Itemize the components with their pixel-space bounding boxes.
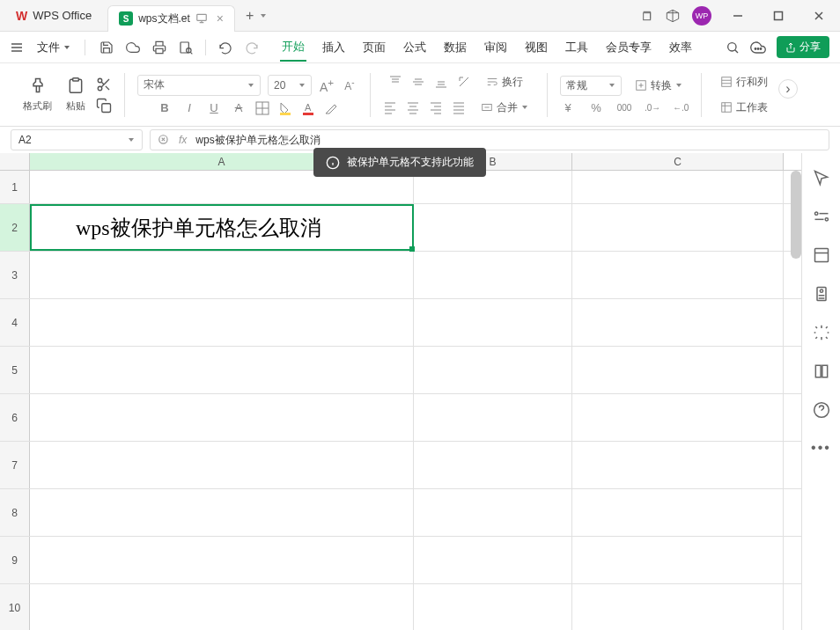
- cell[interactable]: [30, 252, 414, 298]
- align-left-icon[interactable]: [383, 100, 397, 114]
- borders-icon[interactable]: [255, 101, 269, 115]
- minimize-button[interactable]: [724, 2, 752, 30]
- select-all-corner[interactable]: [0, 153, 30, 170]
- close-window-button[interactable]: [805, 2, 833, 30]
- tab-dropdown-icon[interactable]: [259, 11, 268, 20]
- align-center-icon[interactable]: [406, 100, 420, 114]
- cell[interactable]: [414, 204, 572, 251]
- search-icon[interactable]: [726, 40, 740, 55]
- tab-data[interactable]: 数据: [442, 34, 468, 61]
- cell[interactable]: [572, 489, 784, 536]
- justify-icon[interactable]: [452, 100, 466, 114]
- cell[interactable]: [572, 299, 784, 346]
- decrease-font-icon[interactable]: A-: [342, 77, 357, 92]
- user-avatar[interactable]: WP: [692, 6, 711, 26]
- share-button[interactable]: 分享: [777, 36, 829, 58]
- percent-icon[interactable]: %: [588, 101, 604, 114]
- row-header[interactable]: 6: [0, 394, 30, 441]
- cell[interactable]: [572, 394, 784, 441]
- print-icon[interactable]: [152, 40, 166, 55]
- cancel-icon[interactable]: [158, 134, 170, 146]
- align-bottom-icon[interactable]: [434, 75, 448, 89]
- maximize-button[interactable]: [764, 2, 792, 30]
- hamburger-icon[interactable]: [11, 41, 23, 54]
- cell-reference-box[interactable]: A2: [11, 129, 143, 150]
- cell[interactable]: [30, 299, 414, 346]
- row-header[interactable]: 4: [0, 299, 30, 346]
- cell[interactable]: [414, 537, 572, 583]
- cell[interactable]: [414, 584, 572, 630]
- copy-icon[interactable]: [96, 98, 112, 114]
- clipboard-panel-icon[interactable]: [813, 285, 830, 303]
- sparkle-icon[interactable]: [813, 324, 830, 341]
- row-header[interactable]: 10: [0, 584, 30, 630]
- row-header[interactable]: 3: [0, 252, 30, 298]
- vertical-scrollbar[interactable]: [791, 171, 801, 259]
- wrap-text-button[interactable]: 换行: [480, 72, 529, 92]
- cell[interactable]: [30, 584, 414, 630]
- row-col-button[interactable]: 行和列: [714, 72, 774, 92]
- tab-formula[interactable]: 公式: [402, 34, 428, 61]
- font-name-select[interactable]: 宋体: [137, 75, 261, 96]
- highlight-icon[interactable]: [324, 101, 338, 115]
- cloud-sync-icon[interactable]: [750, 40, 766, 55]
- more-icon[interactable]: •••: [811, 440, 831, 456]
- cell[interactable]: [414, 394, 572, 441]
- fx-icon[interactable]: fx: [179, 134, 187, 146]
- redo-icon[interactable]: [245, 40, 259, 55]
- cell[interactable]: [572, 171, 784, 203]
- row-header[interactable]: 1: [0, 171, 30, 203]
- row-header[interactable]: 8: [0, 489, 30, 536]
- number-format-select[interactable]: 常规: [560, 76, 622, 96]
- currency-icon[interactable]: ¥: [560, 101, 576, 114]
- tab-page[interactable]: 页面: [361, 34, 387, 61]
- pointer-icon[interactable]: [813, 169, 830, 187]
- fill-color-icon[interactable]: [278, 101, 292, 115]
- save-icon[interactable]: [99, 40, 114, 55]
- document-tab[interactable]: S wps文档.et ×: [107, 5, 235, 32]
- book-icon[interactable]: [813, 363, 830, 380]
- monitor-icon[interactable]: [195, 12, 208, 25]
- row-header[interactable]: 5: [0, 347, 30, 393]
- cell[interactable]: [30, 347, 414, 393]
- increase-decimal-icon[interactable]: .0→: [645, 103, 660, 113]
- tab-efficiency[interactable]: 效率: [667, 34, 694, 61]
- font-size-select[interactable]: 20: [268, 75, 312, 96]
- cell[interactable]: [414, 252, 572, 298]
- close-tab-icon[interactable]: ×: [217, 11, 224, 26]
- preview-icon[interactable]: [179, 40, 193, 55]
- comma-icon[interactable]: 000: [616, 103, 632, 113]
- layout-icon[interactable]: [813, 246, 830, 264]
- formula-input[interactable]: fx wps被保护单元格怎么取消: [150, 129, 829, 150]
- add-tab-button[interactable]: +: [246, 8, 254, 24]
- cell[interactable]: [572, 537, 784, 583]
- font-color-icon[interactable]: A: [301, 101, 315, 115]
- underline-button[interactable]: U: [206, 101, 222, 114]
- cell[interactable]: [414, 299, 572, 346]
- cell[interactable]: [572, 584, 784, 630]
- cell[interactable]: [30, 489, 414, 536]
- filter-icon[interactable]: [813, 208, 830, 225]
- cell[interactable]: [414, 442, 572, 488]
- cut-icon[interactable]: [96, 77, 112, 92]
- col-header-c[interactable]: C: [572, 153, 784, 170]
- cell[interactable]: [414, 347, 572, 393]
- merge-button[interactable]: 合并: [475, 98, 534, 118]
- align-right-icon[interactable]: [429, 100, 443, 114]
- tab-start[interactable]: 开始: [280, 33, 306, 62]
- file-menu[interactable]: 文件: [30, 36, 77, 59]
- strikethrough-button[interactable]: A: [231, 101, 247, 114]
- cell[interactable]: [572, 347, 784, 393]
- window-restore-icon[interactable]: [639, 9, 653, 23]
- worksheet-button[interactable]: 工作表: [714, 98, 774, 118]
- bold-button[interactable]: B: [157, 101, 173, 114]
- help-icon[interactable]: [813, 401, 830, 419]
- ribbon-expand-button[interactable]: ›: [778, 79, 798, 99]
- convert-button[interactable]: 转换: [629, 76, 689, 96]
- format-painter-button[interactable]: 格式刷: [19, 73, 55, 116]
- cloud-icon[interactable]: [126, 40, 140, 55]
- italic-button[interactable]: I: [181, 101, 197, 114]
- cell[interactable]: [30, 394, 414, 441]
- cell[interactable]: [572, 204, 784, 251]
- row-header[interactable]: 7: [0, 442, 30, 488]
